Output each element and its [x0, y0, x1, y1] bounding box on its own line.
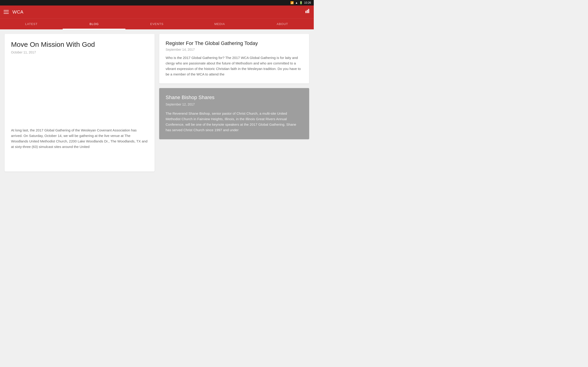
navigation-tabs: LATEST BLOG EVENTS MEDIA ABOUT — [0, 18, 314, 29]
signal-icon: ▲ — [295, 1, 298, 4]
app-title: WCA — [12, 9, 23, 15]
main-card-date: October 11, 2017 — [11, 50, 148, 54]
wifi-icon: 📶 — [290, 1, 294, 4]
tab-about[interactable]: ABOUT — [251, 19, 314, 29]
card-global-gathering[interactable]: Register For The Global Gathering Today … — [159, 34, 309, 83]
card-shane-bishop[interactable]: Shane Bishop Shares September 12, 2017 T… — [159, 88, 309, 139]
main-card[interactable]: Move On Mission With God October 11, 201… — [5, 34, 155, 172]
hamburger-line-2 — [4, 12, 9, 12]
battery-icon: 🔋 — [299, 1, 303, 4]
status-bar: 📶 ▲ 🔋 10:26 — [0, 0, 314, 6]
bar-chart-icon[interactable] — [304, 8, 310, 15]
svg-rect-0 — [305, 11, 306, 13]
main-card-title: Move On Mission With God — [11, 40, 148, 49]
main-card-image — [5, 59, 155, 123]
tab-events[interactable]: EVENTS — [125, 19, 188, 29]
hamburger-menu[interactable] — [4, 10, 9, 14]
card3-body: The Reverend Shane Bishop, senior pastor… — [166, 111, 303, 133]
card2-body: Who is the 2017 Global Gathering for? Th… — [166, 55, 303, 77]
tab-blog[interactable]: BLOG — [63, 19, 125, 29]
status-icons: 📶 ▲ 🔋 10:26 — [290, 1, 311, 4]
card3-title: Shane Bishop Shares — [166, 94, 303, 100]
time-display: 10:26 — [304, 1, 311, 4]
hamburger-line-1 — [4, 10, 9, 10]
main-content: Move On Mission With God October 11, 201… — [0, 29, 314, 176]
svg-rect-1 — [307, 10, 308, 13]
tab-media[interactable]: MEDIA — [188, 19, 251, 29]
app-bar-left: WCA — [4, 9, 23, 15]
hamburger-line-3 — [4, 13, 9, 14]
right-column: Register For The Global Gathering Today … — [159, 34, 309, 172]
card2-title: Register For The Global Gathering Today — [166, 40, 303, 46]
app-bar: WCA — [0, 6, 314, 18]
card3-date: September 12, 2017 — [166, 102, 303, 106]
svg-rect-2 — [308, 9, 309, 13]
main-card-body: At long last, the 2017 Global Gathering … — [11, 127, 148, 150]
card2-date: September 14, 2017 — [166, 48, 303, 51]
tab-latest[interactable]: LATEST — [0, 19, 63, 29]
